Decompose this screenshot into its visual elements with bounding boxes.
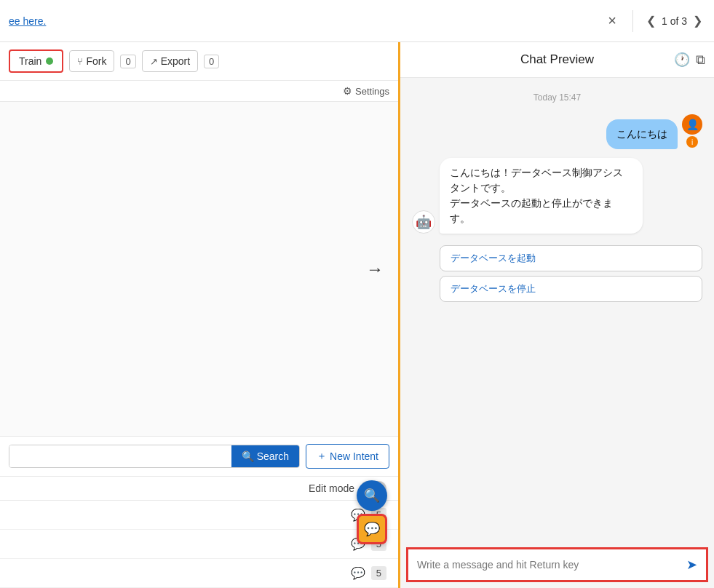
comment-icon: 💬 [351,566,365,580]
settings-icon: ⚙ [343,85,352,97]
chat-input-row: ➤ [406,547,708,582]
left-panel: Train ⑂ Fork 0 ↗ Export 0 ⚙ Settings [0,42,400,588]
close-button[interactable]: × [602,11,622,31]
search-icon: 🔍 [242,450,254,462]
chat-timestamp: Today 15:47 [412,92,702,103]
chat-input[interactable] [417,559,681,571]
search-label: Search [257,450,289,462]
flow-arrow-button[interactable]: → [366,259,384,279]
float-chat-button[interactable]: 💬 [357,514,387,544]
send-button[interactable]: ➤ [686,557,697,573]
settings-row[interactable]: ⚙ Settings [0,81,398,102]
chat-title: Chat Preview [520,52,594,67]
float-chat-icon: 💬 [364,521,380,537]
search-row: 🔍 Search ＋ New Intent [0,436,398,476]
train-status-dot [46,57,53,65]
search-input[interactable] [9,445,231,467]
user-message-bubble: こんにちは [606,119,678,149]
user-message-row: こんにちは 👤 i [412,114,702,149]
edit-mode-label: Edit mode [309,482,354,494]
export-button[interactable]: ↗ Export [142,50,198,72]
plus-icon: ＋ [317,450,327,463]
export-label: Export [161,55,190,67]
float-search-button[interactable]: 🔍 [357,480,387,511]
train-label: Train [19,55,41,67]
send-icon: ➤ [686,557,697,572]
divider [632,10,633,32]
intent-item[interactable]: 💬 5 [0,559,398,588]
chat-history-button[interactable]: 🕐 [674,52,690,68]
user-avatar: 👤 [682,114,702,135]
flow-area: → [0,102,398,436]
fork-count-badge: 0 [120,55,135,68]
top-bar: ee here. × ❮ 1 of 3 ❯ [0,0,714,42]
fork-label: Fork [86,55,106,67]
top-bar-left: ee here. [9,15,596,27]
right-panel: Chat Preview 🕐 ⧉ Today 15:47 こんにちは 👤 i [400,42,714,588]
intent-list: 💬 5 💬 5 💬 5 [0,500,398,588]
chat-header-icons: 🕐 ⧉ [674,52,705,68]
next-page-button[interactable]: ❯ [690,12,705,29]
new-intent-button[interactable]: ＋ New Intent [306,444,389,469]
settings-label: Settings [355,86,389,97]
search-input-wrap: 🔍 Search [9,445,300,468]
info-dot: i [686,136,698,148]
intent-item[interactable]: 💬 5 [0,501,398,530]
edit-mode-row: Edit mode [0,476,398,500]
export-icon: ↗ [150,56,158,67]
quick-reply-start-db[interactable]: データベースを起動 [440,245,702,271]
float-buttons: 🔍 💬 [357,480,387,544]
fork-button[interactable]: ⑂ Fork [69,50,114,72]
chat-header: Chat Preview 🕐 ⧉ [400,42,714,78]
chat-body: Today 15:47 こんにちは 👤 i 🤖 こんにちは！データベース制御アシ… [400,78,714,541]
pagination-text: 1 of 3 [662,15,687,27]
bot-avatar: 🤖 [412,210,435,234]
fork-icon: ⑂ [77,56,83,67]
search-button[interactable]: 🔍 Search [231,445,299,467]
float-search-icon: 🔍 [364,488,380,504]
toolbar: Train ⑂ Fork 0 ↗ Export 0 [0,42,398,81]
quick-reply-stop-db[interactable]: データベースを停止 [440,276,702,302]
bot-message-row: 🤖 こんにちは！データベース制御アシスタントです。データベースの起動と停止ができ… [412,158,702,234]
prev-page-button[interactable]: ❮ [643,12,659,29]
train-button[interactable]: Train [9,49,63,73]
export-count-badge: 0 [204,55,219,68]
bot-message-bubble: こんにちは！データベース制御アシスタントです。データベースの起動と停止ができます… [440,158,643,234]
intent-item[interactable]: 💬 5 [0,530,398,559]
quick-reply-row: データベースを起動 データベースを停止 [412,245,702,302]
chat-split-button[interactable]: ⧉ [696,52,705,68]
new-intent-label: New Intent [330,450,378,462]
see-here-link[interactable]: ee here. [9,15,46,27]
pagination: ❮ 1 of 3 ❯ [643,12,705,29]
intent-count-badge: 5 [371,566,386,580]
